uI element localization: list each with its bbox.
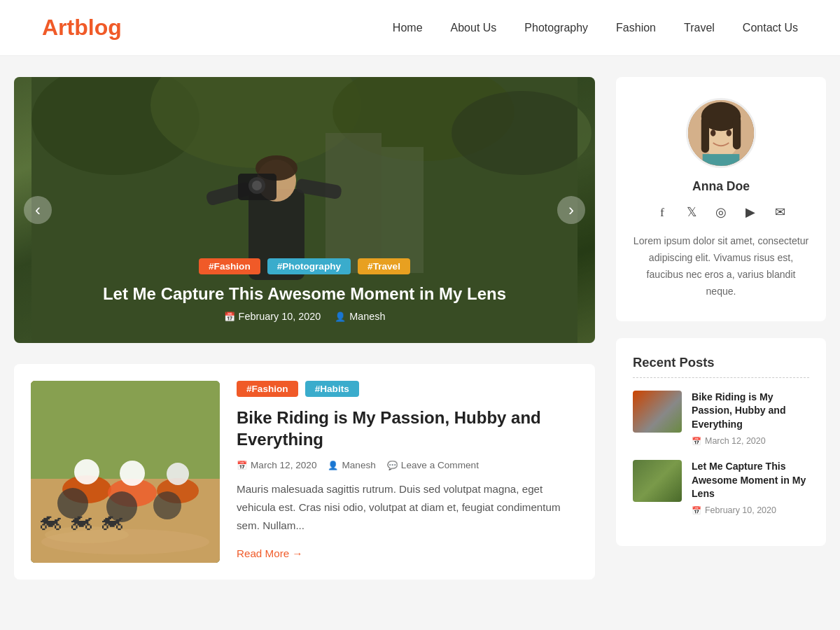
social-icons: f𝕏◎▶✉ (633, 202, 809, 222)
facebook-icon[interactable]: f (652, 202, 672, 222)
post-excerpt: Mauris malesuada sagittis rutrum. Duis s… (237, 480, 578, 535)
recent-thumb-photo (633, 460, 682, 502)
recent-posts-title: Recent Posts (633, 355, 809, 370)
recent-post-item[interactable]: Let Me Capture This Awesome Moment in My… (633, 460, 809, 515)
recent-posts-list: Bike Riding is My Passion, Hubby and Eve… (633, 391, 809, 515)
svg-point-28 (45, 526, 129, 543)
svg-point-19 (74, 459, 99, 484)
slider-overlay: #Fashion#Photography#Travel Let Me Captu… (14, 244, 595, 343)
recent-post-info: Bike Riding is My Passion, Hubby and Eve… (692, 391, 809, 446)
nav-item-photography[interactable]: Photography (524, 22, 588, 34)
post-tag-habits[interactable]: #Habits (305, 381, 359, 397)
slider-date: February 10, 2020 (224, 311, 321, 322)
slider-meta: February 10, 2020 Manesh (35, 311, 574, 322)
post-thumbnail (31, 381, 220, 563)
svg-point-15 (252, 181, 262, 190)
main-nav: HomeAbout UsPhotographyFashionTravelCont… (393, 22, 798, 34)
profile-card: Anna Doe f𝕏◎▶✉ Lorem ipsum dolor sit ame… (616, 77, 826, 321)
divider (633, 377, 809, 378)
sidebar: Anna Doe f𝕏◎▶✉ Lorem ipsum dolor sit ame… (616, 77, 826, 596)
post-content: #Fashion#Habits Bike Riding is My Passio… (237, 381, 578, 563)
site-header: Artblog HomeAbout UsPhotographyFashionTr… (0, 0, 840, 56)
post-tags: #Fashion#Habits (237, 381, 578, 397)
slider-tags: #Fashion#Photography#Travel (35, 258, 574, 274)
svg-point-34 (710, 130, 716, 136)
recent-post-thumbnail (633, 391, 682, 433)
recent-post-date: February 10, 2020 (692, 505, 809, 515)
recent-calendar-icon (692, 505, 701, 515)
slider-tag-photography[interactable]: #Photography (267, 258, 351, 274)
recent-thumb-moto (633, 391, 682, 433)
svg-point-23 (167, 463, 189, 485)
slider-tag-fashion[interactable]: #Fashion (199, 258, 260, 274)
nav-item-fashion[interactable]: Fashion (616, 22, 656, 34)
recent-post-title: Bike Riding is My Passion, Hubby and Eve… (692, 391, 809, 432)
slider-tag-travel[interactable]: #Travel (358, 258, 410, 274)
site-logo[interactable]: Artblog (42, 15, 122, 41)
post-user-icon (328, 461, 338, 470)
nav-item-travel[interactable]: Travel (684, 22, 715, 34)
slider-author: Manesh (335, 311, 385, 322)
post-comment: Leave a Comment (387, 460, 479, 470)
profile-bio: Lorem ipsum dolor sit amet, consectetur … (633, 233, 809, 300)
post-calendar-icon (237, 461, 247, 470)
svg-point-26 (153, 491, 181, 519)
main-column: ‹ › #Fashion#Photography#Travel Let Me C… (14, 77, 595, 596)
youtube-icon[interactable]: ▶ (741, 202, 760, 222)
post-title: Bike Riding is My Passion, Hubby and Eve… (237, 407, 578, 450)
svg-point-25 (106, 491, 137, 522)
svg-rect-36 (703, 154, 740, 166)
recent-post-title: Let Me Capture This Awesome Moment in My… (692, 460, 809, 501)
moto-svg (31, 381, 220, 563)
email-icon[interactable]: ✉ (770, 202, 790, 222)
post-date: March 12, 2020 (237, 460, 316, 470)
avatar-svg (688, 100, 754, 166)
slider-next-button[interactable]: › (557, 196, 585, 224)
profile-name: Anna Doe (633, 179, 809, 194)
calendar-icon (224, 312, 235, 322)
recent-calendar-icon (692, 436, 701, 446)
post-comment-icon (387, 461, 398, 470)
post-meta: March 12, 2020 Manesh Leave a Comment (237, 460, 578, 470)
twitter-icon[interactable]: 𝕏 (682, 202, 701, 222)
recent-post-item[interactable]: Bike Riding is My Passion, Hubby and Eve… (633, 391, 809, 446)
recent-posts-card: Recent Posts Bike Riding is My Passion, … (616, 338, 826, 546)
svg-point-35 (727, 130, 732, 136)
nav-item-home[interactable]: Home (393, 22, 423, 34)
read-more-link[interactable]: Read More → (237, 547, 303, 559)
nav-item-contact[interactable]: Contact Us (743, 22, 798, 34)
user-icon (335, 312, 346, 322)
slider-prev-button[interactable]: ‹ (24, 196, 52, 224)
avatar (686, 98, 756, 168)
hero-slider: ‹ › #Fashion#Photography#Travel Let Me C… (14, 77, 595, 343)
svg-rect-33 (733, 117, 741, 150)
page-layout: ‹ › #Fashion#Photography#Travel Let Me C… (0, 56, 840, 617)
recent-post-thumbnail (633, 460, 682, 502)
post-author: Manesh (328, 460, 375, 470)
svg-rect-32 (701, 117, 709, 153)
recent-post-date: March 12, 2020 (692, 436, 809, 446)
instagram-icon[interactable]: ◎ (711, 202, 731, 222)
slider-title: Let Me Capture This Awesome Moment in My… (35, 284, 574, 304)
moto-thumbnail-bg (31, 381, 220, 563)
svg-point-24 (57, 488, 88, 519)
recent-post-info: Let Me Capture This Awesome Moment in My… (692, 460, 809, 515)
svg-point-21 (120, 461, 145, 486)
nav-item-about[interactable]: About Us (451, 22, 497, 34)
post-tag-fashion[interactable]: #Fashion (237, 381, 298, 397)
post-card: #Fashion#Habits Bike Riding is My Passio… (14, 364, 595, 580)
